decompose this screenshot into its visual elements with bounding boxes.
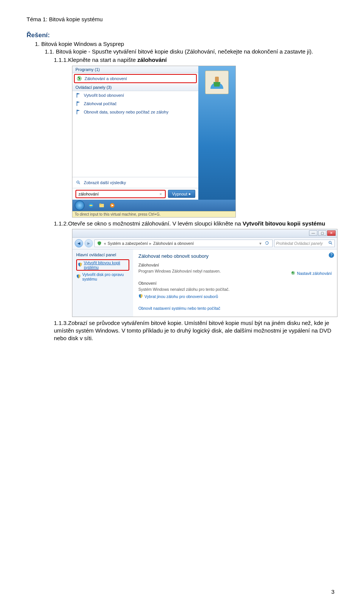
taskbar-media-icon[interactable] <box>108 201 116 210</box>
restore-system-settings-link[interactable]: Obnovit nastavení systému nebo tento poč… <box>138 306 332 311</box>
page-header: Téma 1: Bitová kopie systému <box>27 16 337 22</box>
panel-item-label: Vytvořit bod obnovení <box>84 93 124 98</box>
screenshot-backup-control-panel: — ▢ ✕ ◄ ► « Systém a zabezpečení ▸ Záloh… <box>72 229 337 317</box>
sidebar-link-create-repair-disk[interactable]: Vytvořit disk pro opravu systému <box>76 272 129 281</box>
start-menu-right-pane <box>198 66 235 200</box>
svg-rect-6 <box>215 77 219 82</box>
step-1-1: 1.1. Bitová kopie - Spusťte vytváření bi… <box>45 48 337 55</box>
setup-backup-link[interactable]: Nastavit zálohování <box>291 271 332 276</box>
chevron-right-icon: ▸ <box>189 191 191 196</box>
sidebar-link-label: Vytvořit disk pro opravu systému <box>82 272 129 281</box>
minimize-button[interactable]: — <box>309 230 317 236</box>
chevron-down-icon[interactable]: ▾ <box>259 241 262 246</box>
search-placeholder: Prohledat Ovládací panely <box>276 241 323 246</box>
step-1-1-2-text: 1.1.2.Otevře se okno s možnostmi zálohov… <box>54 220 243 227</box>
flag-icon <box>75 109 82 115</box>
close-button[interactable]: ✕ <box>327 230 336 236</box>
svg-line-12 <box>331 243 332 244</box>
programs-section-label: Programy (1) <box>72 66 198 73</box>
show-more-results[interactable]: Zobrazit další výsledky <box>72 177 198 188</box>
maximize-button[interactable]: ▢ <box>318 230 326 236</box>
sidebar: Hlavní ovládací panel Vytvořit bitovou k… <box>72 249 133 317</box>
step-1-1-1: 1.1.1.Klepněte na start a napište záloho… <box>54 56 337 64</box>
svg-rect-9 <box>99 203 101 205</box>
flag-icon <box>75 101 82 107</box>
setup-icon <box>291 271 295 276</box>
user-avatar <box>205 71 229 94</box>
step-1-1-1-bold: zálohování <box>137 57 167 63</box>
main-title: Zálohovat nebo obnovit soubory <box>138 253 332 259</box>
backup-subheading: Zálohování <box>138 263 332 267</box>
main-content: ? Zálohovat nebo obnovit soubory Zálohov… <box>133 249 337 317</box>
solution-heading: Řešení: <box>27 32 337 39</box>
choose-other-backup-label: Vybrat jinou zálohu pro obnovení souborů <box>144 294 218 299</box>
svg-rect-2 <box>77 101 77 106</box>
shield-icon <box>96 240 102 246</box>
setup-backup-label: Nastavit zálohování <box>297 271 332 276</box>
shield-small-icon <box>78 262 82 268</box>
step-1: 1. Bitová kopie Windows a Sysprep <box>35 41 337 47</box>
breadcrumb-part-2: Zálohování a obnovení <box>153 241 194 246</box>
panels-section-label: Ovládací panely (3) <box>72 84 198 91</box>
clear-icon[interactable]: × <box>158 192 163 196</box>
step-1-1-1-text: 1.1.1.Klepněte na start a napište <box>54 57 137 63</box>
taskbar-explorer-icon[interactable] <box>97 201 106 210</box>
sidebar-link-create-image[interactable]: Vytvořit bitovou kopii systému <box>76 259 129 271</box>
panel-item-label: Obnovit data, soubory nebo počítač ze zá… <box>84 110 168 114</box>
nav-back-button[interactable]: ◄ <box>75 239 83 248</box>
svg-rect-3 <box>77 110 77 114</box>
page-number: 3 <box>331 588 334 595</box>
panel-item-backup-pc[interactable]: Zálohovat počítač <box>72 99 198 108</box>
control-panel-search[interactable]: Prohledat Ovládací panely <box>274 240 335 247</box>
breadcrumb[interactable]: « Systém a zabezpečení ▸ Zálohování a ob… <box>94 240 273 247</box>
breadcrumb-part-1: Systém a zabezpečení <box>108 241 148 246</box>
sidebar-link-label: Vytvořit bitovou kopii systému <box>84 260 128 270</box>
taskbar <box>72 200 235 211</box>
nav-toolbar: ◄ ► « Systém a zabezpečení ▸ Zálohování … <box>72 238 337 249</box>
program-item-label: Zálohování a obnovení <box>85 76 127 81</box>
sidebar-title: Hlavní ovládací panel <box>76 252 129 257</box>
choose-other-backup-link[interactable]: Vybrat jinou zálohu pro obnovení souborů <box>138 294 332 299</box>
window-titlebar: — ▢ ✕ <box>72 229 337 238</box>
backup-restore-icon <box>76 76 82 82</box>
step-1-1-3: 1.1.3.Zobrazí se průvodce vytvářením bit… <box>54 319 337 342</box>
panel-item-label: Zálohovat počítač <box>84 101 117 106</box>
start-search-field[interactable] <box>78 191 158 197</box>
shield-small-icon <box>138 294 143 299</box>
taskbar-ie-icon[interactable] <box>87 201 95 210</box>
shutdown-button[interactable]: Vypnout ▸ <box>168 190 195 198</box>
panel-item-restore-point[interactable]: Vytvořit bod obnovení <box>72 91 198 99</box>
panel-item-restore-data[interactable]: Obnovit data, soubory nebo počítač ze zá… <box>72 108 198 116</box>
program-item-backup-restore[interactable]: Zálohování a obnovení <box>74 74 197 83</box>
shutdown-label: Vypnout <box>172 192 187 196</box>
step-1-1-2: 1.1.2.Otevře se okno s možnostmi zálohov… <box>54 220 337 227</box>
restore-system-settings-label: Obnovit nastavení systému nebo tento poč… <box>138 306 220 311</box>
svg-point-11 <box>329 241 331 243</box>
nav-forward-button[interactable]: ► <box>85 239 93 248</box>
chevron-right-icon: ▸ <box>149 241 152 246</box>
shield-small-icon <box>76 274 81 279</box>
search-icon <box>75 180 82 186</box>
show-more-label: Zobrazit další výsledky <box>84 180 126 185</box>
restore-subheading: Obnovení <box>138 281 332 285</box>
vm-input-hint: To direct input to this virtual machine,… <box>72 211 235 217</box>
step-1-1-2-bold: Vytvořit bitovou kopii systému <box>243 220 325 227</box>
screenshot-start-menu: Programy (1) Zálohování a obnovení Ovlád… <box>72 66 236 218</box>
start-orb[interactable] <box>75 200 85 210</box>
svg-point-4 <box>77 181 79 183</box>
flag-icon <box>75 92 82 98</box>
svg-line-5 <box>79 183 80 184</box>
help-icon[interactable]: ? <box>329 252 334 258</box>
restore-status-text: Systém Windows nenalezl zálohu pro tento… <box>138 287 332 292</box>
start-search-input[interactable]: × <box>75 190 166 198</box>
search-icon <box>328 241 333 246</box>
breadcrumb-back: « <box>104 241 106 246</box>
refresh-icon[interactable] <box>263 241 271 246</box>
svg-rect-1 <box>77 93 77 98</box>
